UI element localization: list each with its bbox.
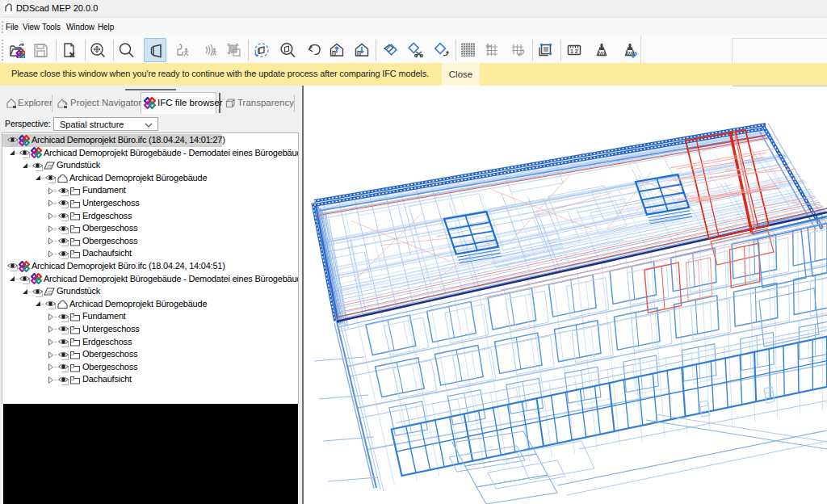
svg-text:1 2: 1 2	[570, 48, 578, 54]
